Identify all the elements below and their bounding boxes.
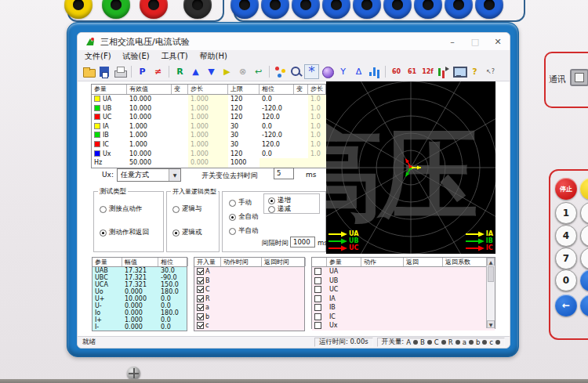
freeze-icon[interactable]: * xyxy=(304,64,319,79)
checkbox[interactable] xyxy=(197,286,204,293)
keypad-button-4[interactable]: 4 xyxy=(555,225,577,247)
open-icon[interactable] xyxy=(82,64,96,79)
radio-button[interactable] xyxy=(268,197,275,204)
run-icon[interactable]: R xyxy=(172,64,187,79)
radio-option[interactable]: 逻辑与 xyxy=(172,204,202,214)
input-table[interactable]: 开入量动作时间返回时间ABCRabc xyxy=(194,257,305,331)
code12f-icon[interactable]: 12f xyxy=(420,64,435,79)
table-row[interactable]: IB xyxy=(312,303,495,313)
table-row[interactable]: U-0.0000.0 xyxy=(93,302,187,309)
step-up-icon[interactable]: ▲ xyxy=(188,64,203,79)
print-icon[interactable] xyxy=(113,64,128,79)
signal-icon[interactable] xyxy=(436,64,451,79)
radio-option[interactable]: 逻辑或 xyxy=(172,228,202,237)
save-icon[interactable] xyxy=(97,64,112,79)
step-down-icon[interactable]: ▼ xyxy=(204,64,219,79)
checkbox[interactable] xyxy=(197,277,204,284)
debounce-input[interactable]: 5 xyxy=(274,168,294,179)
scroll-down-icon[interactable]: ▼ xyxy=(487,320,495,328)
ux-mode-select[interactable]: 任意方式 ▼ xyxy=(117,168,181,182)
scroll-up-icon[interactable]: ▲ xyxy=(487,258,495,266)
radio-option[interactable]: 半自动 xyxy=(229,226,259,236)
table-row[interactable]: IA1.0001.000300.01.0 xyxy=(92,122,325,132)
menu-item[interactable]: 试验(E) xyxy=(123,51,150,62)
zoom-icon[interactable] xyxy=(289,64,303,79)
radio-option[interactable]: 全自动 xyxy=(229,212,259,222)
bars-icon[interactable] xyxy=(367,64,382,79)
table-row[interactable]: Hz50.0000.0001000 xyxy=(92,158,325,168)
checkbox[interactable] xyxy=(314,295,321,302)
table-row[interactable]: b xyxy=(194,313,304,322)
parameter-table[interactable]: 参量有效值变步长上限相位变步长UA10.0001.0001200.01.0UB1… xyxy=(91,84,326,168)
phasor-icon[interactable] xyxy=(273,64,288,79)
maximize-button[interactable]: □ xyxy=(470,37,480,47)
checkbox[interactable] xyxy=(197,313,204,320)
table-row[interactable]: UA xyxy=(312,267,495,276)
table-row[interactable]: UC10.0001.000120120.01.0 xyxy=(92,113,325,122)
menu-item[interactable]: 帮助(H) xyxy=(200,51,227,62)
keypad-button-←[interactable]: ← xyxy=(555,294,577,316)
radio-button[interactable] xyxy=(100,206,107,213)
delta-icon[interactable]: Δ xyxy=(351,64,366,79)
table-row[interactable]: IB1.0001.00030-120.01.0 xyxy=(92,131,325,140)
checkbox[interactable] xyxy=(314,313,321,320)
radio-button[interactable] xyxy=(229,228,236,235)
table-row[interactable]: U+10.0000.0 xyxy=(93,295,187,302)
table-row[interactable]: Uo0.000180.0 xyxy=(93,288,187,295)
checkbox[interactable] xyxy=(314,286,321,293)
undo-icon[interactable]: ↩ xyxy=(251,64,266,79)
checkbox[interactable] xyxy=(314,304,321,311)
radio-button[interactable] xyxy=(172,229,180,237)
checkbox[interactable] xyxy=(197,295,204,302)
table-row[interactable]: UB10.0001.000120-120.01.0 xyxy=(92,104,325,114)
table-row[interactable]: c xyxy=(194,321,304,331)
table-row[interactable]: UB xyxy=(312,276,495,286)
chevron-down-icon[interactable]: ▼ xyxy=(169,169,180,181)
checkbox[interactable] xyxy=(314,322,321,329)
radio-button[interactable] xyxy=(100,229,107,237)
table-row[interactable]: IA xyxy=(312,294,495,304)
scrollbar[interactable]: ▲ ▼ xyxy=(486,258,495,328)
table-row[interactable]: UC xyxy=(312,285,495,294)
help-icon[interactable]: ? xyxy=(467,64,482,79)
scroll-thumb[interactable] xyxy=(488,266,494,282)
table-row[interactable]: UA10.0001.0001200.01.0 xyxy=(92,95,325,104)
checkbox[interactable] xyxy=(314,277,321,284)
action-table[interactable]: ▲ ▼ 参量动作返回返回系数UAUBUCIAIBICUx xyxy=(311,257,495,329)
checkbox[interactable] xyxy=(314,268,321,275)
start-icon[interactable]: ▶ xyxy=(220,64,234,79)
table-row[interactable]: A xyxy=(194,267,304,276)
usb-port[interactable] xyxy=(570,69,588,86)
checkbox[interactable] xyxy=(197,268,204,275)
radio-option[interactable]: 递减 xyxy=(268,204,291,214)
minimize-button[interactable]: – xyxy=(448,37,457,47)
table-row[interactable]: UBC17.321-90.0 xyxy=(93,274,187,281)
table-row[interactable]: I-0.0000.0 xyxy=(93,323,187,331)
radio-option[interactable]: 手动 xyxy=(229,198,252,208)
table-row[interactable]: Ux xyxy=(312,321,495,331)
code61-icon[interactable]: 61 xyxy=(405,64,419,79)
table-row[interactable]: IC xyxy=(312,313,495,322)
table-row[interactable]: UCA17.321150.0 xyxy=(93,281,187,288)
menu-item[interactable]: 工具(T) xyxy=(162,51,188,62)
table-row[interactable]: Ux10.0001.0001200.01.0 xyxy=(92,150,325,159)
sphere-icon[interactable] xyxy=(320,64,335,79)
table-row[interactable]: IC1.0001.00030120.01.0 xyxy=(92,140,325,150)
radio-button[interactable] xyxy=(172,206,180,213)
radio-option[interactable]: 测接点动作 xyxy=(100,204,143,214)
keypad-button-停止[interactable]: 停止 xyxy=(555,178,577,200)
keypad-button-7[interactable]: 7 xyxy=(555,248,577,269)
table-row[interactable]: Io0.000180.0 xyxy=(93,309,187,316)
checkbox[interactable] xyxy=(197,304,204,311)
radio-button[interactable] xyxy=(268,206,275,213)
param-icon[interactable]: P xyxy=(135,64,150,79)
menu-item[interactable]: 文件(F) xyxy=(85,51,111,62)
table-row[interactable]: a xyxy=(194,303,304,313)
table-row[interactable]: B xyxy=(194,276,304,286)
keypad-button-1[interactable]: 1 xyxy=(555,202,577,224)
keypad-button-0[interactable]: 0 xyxy=(555,269,577,291)
table-row[interactable]: I+1.0000.0 xyxy=(93,316,187,323)
stop-icon[interactable]: ⊗ xyxy=(235,64,250,79)
sequence-table[interactable]: 参量幅值相位UAB17.32130.0UBC17.321-90.0UCA17.3… xyxy=(92,257,187,331)
radio-button[interactable] xyxy=(229,214,236,221)
